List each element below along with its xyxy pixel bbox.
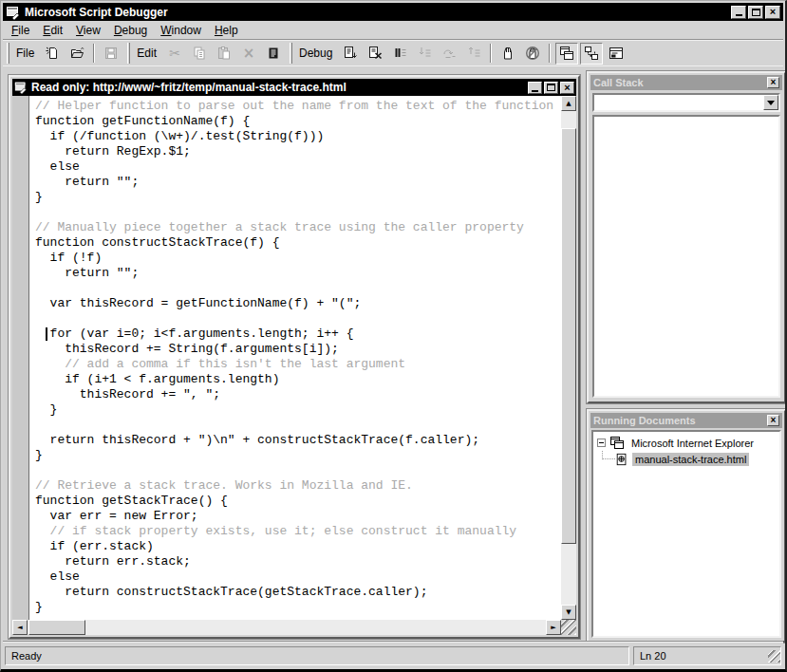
menu-file[interactable]: File (5, 22, 36, 39)
doc-maximize-button[interactable] (544, 82, 558, 94)
call-stack-combobox[interactable] (592, 93, 780, 112)
copy-button[interactable] (188, 43, 211, 65)
break-button[interactable] (388, 43, 411, 65)
running-documents-tree[interactable]: Microsoft Internet Explorer manual-stack… (591, 430, 781, 638)
minimize-button[interactable] (731, 6, 746, 19)
tree-row-document[interactable]: manual-stack-trace.html (593, 451, 779, 467)
vertical-scrollbar[interactable]: ▲ ▼ (561, 96, 576, 620)
document-window: Read only: http://www/~fritz/temp/manual… (9, 75, 580, 639)
call-stack-button[interactable] (580, 43, 603, 65)
code-line: // Manually piece together a stack trace… (35, 220, 561, 235)
call-stack-close-button[interactable]: × (767, 77, 779, 88)
code-line (35, 281, 561, 296)
code-line (35, 418, 561, 433)
window-resize-grip[interactable] (768, 650, 780, 663)
running-documents-button[interactable] (555, 43, 578, 65)
code-line: var thisRecord = getFunctionName(f) + "(… (35, 296, 561, 311)
tree-item-label[interactable]: manual-stack-trace.html (632, 453, 749, 466)
call-stack-title-bar[interactable]: Call Stack × (590, 75, 782, 90)
code-line: for (var i=0; i<f.arguments.length; i++ … (35, 327, 561, 342)
code-line: var err = new Error; (35, 509, 561, 524)
minimize-icon (532, 90, 538, 92)
horizontal-scrollbar[interactable]: ◄ ► (12, 620, 561, 635)
step-over-button[interactable] (438, 43, 460, 65)
delete-button[interactable]: × (237, 43, 260, 65)
menu-help[interactable]: Help (208, 22, 245, 39)
break-at-next-statement-button[interactable] (497, 43, 519, 65)
running-documents-icon (559, 46, 574, 61)
script-outline-button[interactable] (262, 43, 285, 65)
disable-breakpoints-button[interactable] (521, 43, 544, 65)
menu-window[interactable]: Window (154, 22, 208, 39)
step-over-icon (441, 46, 457, 61)
hand-slash-icon (525, 46, 540, 61)
open-file-icon (69, 46, 84, 61)
step-out-button[interactable] (462, 43, 485, 65)
code-line: } (35, 402, 561, 418)
running-documents-title-bar[interactable]: Running Documents × (590, 413, 782, 428)
new-file-button[interactable] (41, 43, 64, 65)
close-icon: × (771, 78, 777, 87)
delete-icon: × (243, 47, 255, 61)
step-into-icon (417, 46, 432, 61)
code-line: if (/function (\w+)/.test(String(f))) (35, 129, 561, 144)
code-line: } (35, 448, 561, 463)
open-file-button[interactable] (66, 43, 88, 65)
command-window-button[interactable] (605, 43, 628, 65)
code-line: return ""; (35, 266, 561, 281)
app-icon (6, 5, 21, 20)
call-stack-combo-button[interactable] (763, 95, 778, 110)
html-document-icon (615, 453, 628, 466)
stop-debugging-icon (367, 46, 383, 61)
run-icon (343, 46, 358, 61)
doc-close-button[interactable]: × (560, 82, 574, 94)
main-title-bar[interactable]: Microsoft Script Debugger × (3, 3, 783, 21)
save-button[interactable] (100, 43, 122, 65)
scroll-down-button[interactable]: ▼ (561, 605, 576, 620)
running-documents-close-button[interactable]: × (767, 415, 779, 426)
call-stack-title: Call Stack (593, 77, 767, 88)
menu-edit[interactable]: Edit (36, 22, 69, 39)
vertical-scroll-thumb[interactable] (561, 128, 576, 544)
paste-button[interactable] (213, 43, 235, 65)
doc-minimize-button[interactable] (528, 82, 542, 94)
step-into-button[interactable] (413, 43, 436, 65)
code-line: function getStackTrace() { (35, 494, 561, 509)
code-editor[interactable]: // Helper function to parse out the name… (30, 96, 561, 620)
menu-debug[interactable]: Debug (107, 22, 154, 39)
toolbar-file-label[interactable]: File (16, 47, 34, 60)
document-title-bar[interactable]: Read only: http://www/~fritz/temp/manual… (12, 79, 576, 96)
copy-icon (192, 46, 207, 61)
call-stack-icon (584, 46, 599, 61)
code-line: // Retrieve a stack trace. Works in Mozi… (35, 478, 561, 494)
paste-icon (216, 46, 232, 61)
scroll-right-button[interactable]: ► (546, 620, 561, 635)
close-button[interactable]: × (765, 6, 780, 19)
toolbar-grip[interactable] (127, 43, 130, 64)
code-line: else (35, 569, 561, 585)
toolbar-grip[interactable] (290, 43, 292, 64)
breakpoint-margin[interactable] (12, 96, 29, 620)
cut-button[interactable]: ✂ (163, 43, 186, 65)
horizontal-scroll-thumb[interactable] (28, 620, 85, 635)
cut-icon: ✂ (169, 47, 180, 60)
toolbar-debug-label[interactable]: Debug (299, 47, 332, 60)
toolbar-edit-label[interactable]: Edit (137, 47, 157, 60)
code-line (35, 311, 561, 327)
stop-debugging-button[interactable] (364, 43, 386, 65)
collapse-icon[interactable] (597, 439, 606, 447)
document-resize-grip[interactable] (561, 620, 576, 635)
tree-row-internet-explorer[interactable]: Microsoft Internet Explorer (593, 435, 779, 451)
scroll-up-button[interactable]: ▲ (561, 96, 576, 111)
menu-view[interactable]: View (69, 22, 107, 39)
tree-item-label[interactable]: Microsoft Internet Explorer (628, 437, 757, 450)
maximize-button[interactable] (748, 6, 763, 19)
call-stack-list[interactable] (592, 115, 780, 398)
toolbar-grip[interactable] (7, 43, 9, 64)
code-line: } (35, 600, 561, 615)
close-icon: × (771, 416, 777, 425)
scroll-left-button[interactable]: ◄ (12, 620, 28, 635)
run-button[interactable] (339, 43, 362, 65)
maximize-icon (547, 84, 555, 91)
script-debugger-window: Microsoft Script Debugger × File Edit Vi… (0, 0, 787, 672)
